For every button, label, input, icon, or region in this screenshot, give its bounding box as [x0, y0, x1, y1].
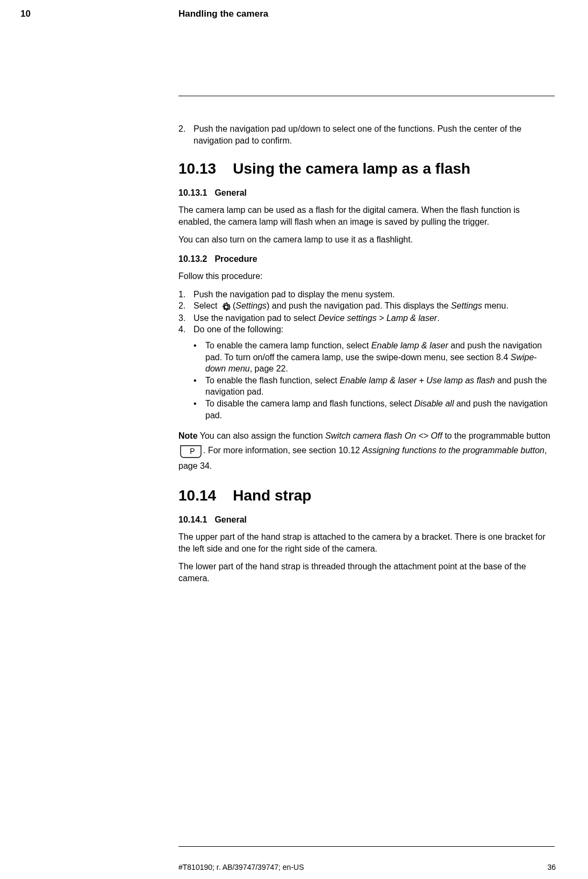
text-italic: Disable all [414, 399, 454, 408]
list-text: Push the navigation pad to display the m… [193, 289, 555, 301]
chapter-title: Handling the camera [178, 9, 268, 19]
text-italic: Switch camera flash On <> Off [325, 431, 442, 440]
section-number: 10.14 [178, 487, 216, 504]
text: To enable the flash function, select [205, 376, 340, 385]
section-heading-10-14: 10.14 Hand strap [178, 487, 555, 504]
list-number: 2. [178, 300, 193, 312]
continued-ordered-list: 2. Push the navigation pad up/down to se… [178, 123, 555, 146]
footer-doc-id: #T810190; r. AB/39747/39747; en-US [178, 863, 304, 871]
divider-top [178, 96, 555, 96]
text: to the programmable button [442, 431, 550, 440]
step-4: 4. Do one of the following: [178, 324, 555, 335]
subsection-number: 10.14.1 [178, 515, 207, 525]
bullet-item: • To disable the camera lamp and flash f… [193, 398, 555, 421]
section-title: Using the camera lamp as a flash [233, 160, 470, 177]
step-3: 3. Use the navigation pad to select Devi… [178, 312, 555, 324]
text: . [437, 313, 439, 323]
chapter-number: 10 [20, 9, 31, 19]
paragraph: The lower part of the hand strap is thre… [178, 561, 555, 584]
paragraph: The upper part of the hand strap is atta… [178, 531, 555, 554]
list-text: Select (Settings) and push the navigatio… [193, 300, 555, 312]
text: Use the navigation pad to select [193, 313, 318, 323]
sub-bullets: • To enable the camera lamp function, se… [193, 340, 555, 421]
list-number: 3. [178, 312, 193, 324]
bullet-item: • To enable the flash function, select E… [193, 375, 555, 398]
list-text: Push the navigation pad up/down to selec… [193, 123, 555, 146]
section-title: Hand strap [233, 487, 311, 504]
text-italic: Settings [451, 301, 482, 310]
list-number: 2. [178, 123, 193, 146]
bullet-text: To enable the camera lamp function, sele… [205, 340, 555, 375]
text-italic: Device settings > Lamp & laser [318, 313, 437, 323]
procedure-lead: Follow this procedure: [178, 270, 555, 282]
text-italic: Enable lamp & laser [371, 341, 448, 350]
subsection-title: General [214, 188, 247, 197]
text-italic: Settings [235, 301, 267, 310]
step-2: 2. Select (Settings) and push the naviga… [178, 300, 555, 312]
footer-page-number: 36 [547, 863, 556, 871]
list-number: 1. [178, 289, 193, 301]
note-label: Note [178, 431, 198, 440]
paragraph: You can also turn on the camera lamp to … [178, 234, 555, 246]
bullet-dot: • [193, 398, 205, 421]
programmable-button-icon: P [178, 444, 203, 459]
subsection-heading-10-13-1: 10.13.1General [178, 188, 555, 198]
bullet-item: • To enable the camera lamp function, se… [193, 340, 555, 375]
text: To disable the camera lamp and flash fun… [205, 399, 414, 408]
subsection-heading-10-13-2: 10.13.2Procedure [178, 254, 555, 264]
text: , page 22. [250, 364, 288, 373]
subsection-title: General [214, 515, 247, 524]
text: Select [193, 301, 220, 310]
note-paragraph: Note You can also assign the function Sw… [178, 428, 555, 473]
subsection-title: Procedure [214, 254, 257, 263]
divider-bottom [178, 846, 555, 847]
svg-text:P: P [190, 447, 195, 455]
subsection-heading-10-14-1: 10.14.1General [178, 515, 555, 525]
paragraph: The camera lamp can be used as a flash f… [178, 204, 555, 227]
text: menu. [482, 301, 508, 310]
subsection-number: 10.13.1 [178, 188, 207, 198]
gear-icon [221, 301, 232, 312]
bullet-text: To enable the flash function, select Ena… [205, 375, 555, 398]
subsection-number: 10.13.2 [178, 254, 207, 264]
step-1: 1. Push the navigation pad to display th… [178, 289, 555, 301]
list-number: 4. [178, 324, 193, 335]
text: . For more information, see section 10.1… [203, 446, 362, 455]
page-content: 2. Push the navigation pad up/down to se… [178, 96, 555, 591]
list-text: Do one of the following: [193, 324, 555, 335]
bullet-dot: • [193, 340, 205, 375]
bullet-dot: • [193, 375, 205, 398]
text: ) and push the navigation pad. This disp… [267, 301, 451, 310]
procedure-list: 1. Push the navigation pad to display th… [178, 289, 555, 335]
text-italic: Enable lamp & laser + Use lamp as flash [340, 376, 495, 385]
section-heading-10-13: 10.13 Using the camera lamp as a flash [178, 160, 555, 177]
bullet-text: To disable the camera lamp and flash fun… [205, 398, 555, 421]
text: To enable the camera lamp function, sele… [205, 341, 371, 350]
section-number: 10.13 [178, 160, 216, 177]
text: You can also assign the function [198, 431, 326, 440]
text-italic: Assigning functions to the programmable … [362, 446, 544, 455]
list-item-2: 2. Push the navigation pad up/down to se… [178, 123, 555, 146]
list-text: Use the navigation pad to select Device … [193, 312, 555, 324]
